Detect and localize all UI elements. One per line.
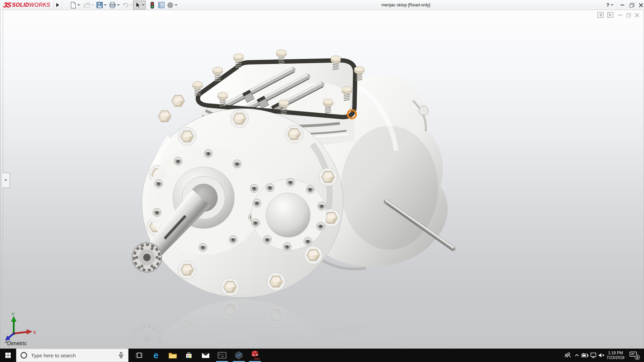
next-pane-icon <box>607 12 614 18</box>
hexagon-app-button[interactable] <box>231 349 247 362</box>
file-properties-icon <box>158 2 165 8</box>
file-explorer-icon <box>168 352 177 359</box>
close-button[interactable] <box>636 0 644 10</box>
window-title: menjac sklop [Read-only] <box>352 2 460 7</box>
file-explorer-button[interactable] <box>165 349 181 362</box>
open-folder-icon <box>83 2 91 8</box>
store-button[interactable] <box>181 349 197 362</box>
start-button[interactable] <box>0 349 16 362</box>
dropdown-caret-icon <box>611 4 613 6</box>
svg-text:S: S <box>253 354 255 357</box>
minimize-icon <box>621 5 624 5</box>
gearbox-render: Y X <box>0 10 644 349</box>
dropdown-caret-icon <box>130 4 133 6</box>
svg-text:C:\: C:\ <box>219 353 223 356</box>
microphone-icon[interactable] <box>117 351 125 359</box>
command-prompt-button[interactable]: C:\ <box>214 349 230 362</box>
taskbar-clock[interactable]: 1:19 PM 7/23/2018 <box>605 349 626 362</box>
graphics-viewport[interactable]: Y X *Dimetric <box>0 10 644 349</box>
battery-icon <box>581 352 589 358</box>
new-document-icon <box>70 2 76 9</box>
close-icon <box>635 13 639 17</box>
restore-icon <box>626 13 631 17</box>
select-cursor-icon <box>134 2 141 9</box>
windows-taskbar: Type here to search e <box>0 349 644 362</box>
notification-badge: 3 <box>635 355 640 360</box>
close-icon <box>639 3 643 7</box>
splitter-dot-icon <box>5 179 7 181</box>
brand-solid: SOLID <box>12 2 29 8</box>
dropdown-caret-icon[interactable] <box>175 4 177 6</box>
mail-button[interactable] <box>198 349 214 362</box>
clock-date: 7/23/2018 <box>606 355 624 360</box>
save-button[interactable] <box>96 1 107 9</box>
people-icon <box>564 352 571 359</box>
command-prompt-icon: C:\ <box>218 352 226 359</box>
traffic-light-icon <box>149 2 155 9</box>
hexagon-app-icon <box>234 351 243 359</box>
chevron-up-icon <box>574 352 580 358</box>
print-button[interactable] <box>108 1 120 9</box>
dropdown-caret-icon[interactable] <box>117 4 120 6</box>
solidworks-logo: 3S SOLIDWORKS <box>3 1 50 9</box>
store-icon <box>185 351 193 359</box>
action-center-button[interactable]: 3 <box>628 349 641 362</box>
solidworks-2017-button[interactable]: S W 2017 <box>247 349 263 362</box>
menu-expander-button[interactable] <box>55 1 61 9</box>
title-bar: 3S SOLIDWORKS <box>0 0 644 10</box>
triad-x-label: X <box>33 330 36 335</box>
mail-icon <box>201 352 210 359</box>
solidworks-2017-icon: S W 2017 <box>250 350 260 360</box>
dropdown-caret-icon[interactable] <box>104 4 107 6</box>
display-network-icon <box>590 352 597 359</box>
search-placeholder: Type here to search <box>31 353 117 358</box>
minimize-icon <box>618 15 622 15</box>
pane-next-button[interactable] <box>606 11 614 19</box>
help-button[interactable]: ? <box>605 0 615 10</box>
rebuild-button[interactable] <box>149 1 156 9</box>
solidworks-window: 3S SOLIDWORKS <box>0 0 644 362</box>
svg-text:W: W <box>256 353 258 356</box>
tray-overflow-button[interactable] <box>572 349 582 362</box>
pane-previous-button[interactable] <box>597 11 605 19</box>
undo-icon <box>122 2 129 8</box>
minimize-button[interactable] <box>617 0 627 10</box>
task-view-icon <box>135 351 143 359</box>
svg-text:2017: 2017 <box>254 357 260 360</box>
play-arrow-icon <box>56 3 59 7</box>
people-button[interactable] <box>563 349 572 362</box>
dropdown-caret-icon <box>92 4 94 6</box>
print-icon <box>109 2 116 8</box>
task-view-button[interactable] <box>131 349 147 362</box>
clock-time: 1:19 PM <box>608 351 623 355</box>
restore-button[interactable] <box>627 0 637 10</box>
windows-logo-icon <box>5 352 11 358</box>
doc-minimize-button[interactable] <box>616 11 624 19</box>
select-tool-button[interactable] <box>133 1 146 9</box>
gearbox-model[interactable] <box>132 50 453 298</box>
collapsed-panel-tab[interactable] <box>2 173 10 188</box>
open-button[interactable] <box>83 1 95 9</box>
doc-close-button[interactable] <box>633 11 641 19</box>
speaker-muted-icon <box>598 352 606 359</box>
edge-icon: e <box>153 351 158 360</box>
brand-works: WORKS <box>29 2 50 8</box>
doc-restore-button[interactable] <box>624 11 632 19</box>
new-document-button[interactable] <box>69 1 81 9</box>
dropdown-caret-icon[interactable] <box>142 4 145 6</box>
options-button[interactable] <box>166 1 178 9</box>
restore-icon <box>630 3 634 7</box>
undo-button[interactable] <box>121 1 133 9</box>
cortana-icon <box>20 351 28 359</box>
gear-icon <box>167 2 174 9</box>
dropdown-caret-icon[interactable] <box>77 4 80 6</box>
battery-button[interactable] <box>581 349 590 362</box>
file-properties-button[interactable] <box>157 1 165 9</box>
taskbar-search[interactable]: Type here to search <box>16 349 128 362</box>
orientation-label: *Dimetric <box>5 341 27 347</box>
ds-logo-glyph: 3S <box>3 1 11 9</box>
previous-pane-icon <box>597 12 604 18</box>
save-icon <box>96 2 103 8</box>
triad-y-label: Y <box>12 312 14 317</box>
edge-button[interactable]: e <box>148 349 164 362</box>
